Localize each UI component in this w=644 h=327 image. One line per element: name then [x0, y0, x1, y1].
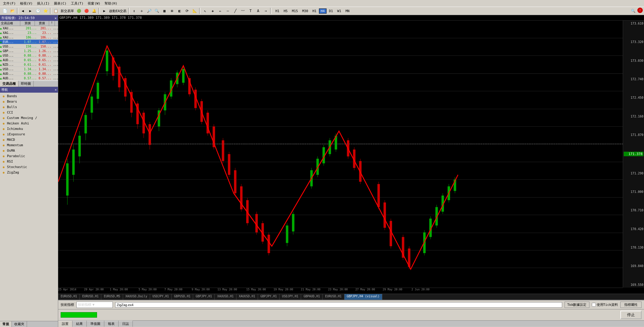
- nav-tab-favorites[interactable]: 收藏夾: [12, 321, 27, 327]
- tb-label[interactable]: A: [254, 8, 262, 14]
- tb-fib[interactable]: 〰: [239, 8, 247, 14]
- market-row[interactable]: ▲ GBP... 1.25... 1.26... ...: [0, 49, 58, 53]
- market-watch-close[interactable]: ✕: [55, 16, 57, 20]
- tb-crosshair2[interactable]: ✚: [209, 8, 216, 14]
- market-row[interactable]: ▲ USD... 150... 150... ...: [0, 44, 58, 49]
- chart-canvas[interactable]: 173.610 173.320 173.030 172.740 172.450 …: [58, 21, 644, 294]
- tab-symbol[interactable]: 交易品種: [0, 81, 18, 87]
- bottom-tab[interactable]: 設置: [58, 321, 72, 327]
- tick-settings-button[interactable]: Tick數據設定: [565, 302, 589, 308]
- tf-h1[interactable]: H1: [273, 8, 281, 14]
- nav-tree-item[interactable]: ◉ Heiken Ashi: [1, 121, 57, 126]
- tb-period-sep[interactable]: ⊞: [168, 8, 176, 14]
- bottom-tab[interactable]: 日誌: [119, 321, 133, 327]
- chart-tab[interactable]: EURUSD,H1: [323, 294, 344, 300]
- tb-hline[interactable]: —: [224, 8, 231, 14]
- tb-grid[interactable]: ▦: [161, 8, 168, 14]
- market-row[interactable]: ▲ XAG... 23... 23... ...: [0, 31, 58, 35]
- tb-plus[interactable]: 🔎: [146, 8, 153, 14]
- bottom-tab[interactable]: 準值圖: [87, 321, 104, 327]
- chart-tab[interactable]: EURUSD,M5: [101, 294, 123, 300]
- nav-tree-item[interactable]: ◉ Custom Moving /: [1, 115, 57, 121]
- stop-button[interactable]: 停止: [620, 311, 642, 319]
- tb-new[interactable]: 📄: [1, 8, 8, 14]
- chart-tab[interactable]: USDJPY,H1: [280, 294, 301, 300]
- bottom-tab[interactable]: 結果: [72, 321, 87, 327]
- tb-text[interactable]: T: [247, 8, 254, 14]
- chart-tab[interactable]: USDJPY,H1: [150, 294, 172, 300]
- tb-minus[interactable]: 🔍: [153, 8, 160, 14]
- tb-ea-label[interactable]: ▶: [101, 8, 108, 14]
- indicator-name-input[interactable]: [115, 302, 562, 308]
- chart-tab[interactable]: EURUSD,H1: [58, 294, 80, 300]
- tf-mn[interactable]: MN: [344, 8, 351, 14]
- indicator-dropdown[interactable]: 技術指標 ▼: [76, 302, 113, 308]
- tb-history[interactable]: 🕐: [34, 8, 42, 14]
- nav-tree-item[interactable]: ◉ Bulls: [1, 104, 57, 110]
- market-row[interactable]: ▲ XAU... 201... 201... ...: [0, 26, 58, 31]
- tb-trendline[interactable]: ╱: [232, 8, 239, 14]
- navigator-close[interactable]: ✕: [55, 88, 57, 92]
- use-tick-checkbox[interactable]: [592, 303, 596, 307]
- tf-m15[interactable]: M15: [290, 8, 300, 14]
- tb-new-order[interactable]: 📋: [52, 8, 59, 14]
- tb-search[interactable]: 🔍: [629, 8, 637, 14]
- market-row[interactable]: ▲ EUR... 1.07... 1.07... ...: [0, 40, 58, 44]
- menu-view[interactable]: 檢視(V): [18, 1, 35, 6]
- tb-cursor[interactable]: ↖: [201, 8, 209, 14]
- indicator-attr-button[interactable]: 指標屬性: [620, 302, 642, 308]
- nav-tree-item[interactable]: ◉ Momentum: [1, 142, 57, 148]
- tb-draw[interactable]: ✏: [216, 8, 224, 14]
- nav-tree-item[interactable]: ◉ ZigZag: [1, 170, 57, 175]
- chart-tab[interactable]: GBPJPY,H1: [193, 294, 215, 300]
- chart-tab[interactable]: GBPUSD,H1: [172, 294, 193, 300]
- chart-tab[interactable]: GBPJPY,H4 (visual): [344, 294, 382, 300]
- nav-tree-item[interactable]: ◉ Stochastic: [1, 164, 57, 170]
- tb-template[interactable]: 📐: [191, 8, 198, 14]
- tb-autoscroll[interactable]: ⟳: [183, 8, 191, 14]
- menu-help[interactable]: 幫助(H): [103, 1, 119, 6]
- market-row[interactable]: ▲ AUD... 0.57... 0.57... ...: [0, 76, 58, 81]
- tf-h5[interactable]: H5: [282, 8, 290, 14]
- nav-tree-item[interactable]: ◉ Parabolic: [1, 153, 57, 159]
- menu-insert[interactable]: 插入(I): [35, 1, 52, 6]
- tb-open[interactable]: 📂: [9, 8, 16, 14]
- chart-tab[interactable]: GBPAUD,H1: [301, 294, 323, 300]
- chart-tab[interactable]: XAUUSD,Daily: [123, 294, 150, 300]
- tab-realtime[interactable]: 即時圖: [18, 81, 34, 87]
- menu-window[interactable]: 視窗(W): [86, 1, 102, 6]
- tf-d1[interactable]: D1: [327, 8, 335, 14]
- nav-tree-item[interactable]: ◉ Bands: [1, 93, 57, 99]
- tf-m30[interactable]: M30: [300, 8, 310, 14]
- chart-tab[interactable]: XAUUSD,H1: [215, 294, 236, 300]
- tb-chart-shift[interactable]: ◧: [176, 8, 183, 14]
- tf-w1[interactable]: W1: [335, 8, 343, 14]
- tf-h4[interactable]: H4: [319, 8, 327, 14]
- tb-sell[interactable]: 🔴: [83, 8, 90, 14]
- menu-chart[interactable]: 圖表(C): [52, 1, 69, 6]
- tb-alert[interactable]: 🔔: [90, 8, 98, 14]
- bottom-tab[interactable]: 報表: [104, 321, 119, 327]
- nav-tree-item[interactable]: ◉ Bears: [1, 99, 57, 104]
- tb-fav[interactable]: ⭐: [42, 8, 49, 14]
- tf-h1b[interactable]: H1: [311, 8, 318, 14]
- nav-tree-item[interactable]: ◉ RSI: [1, 159, 57, 164]
- market-row[interactable]: ▲ XAU... 186... 186... ...: [0, 35, 58, 40]
- nav-tree-item[interactable]: ◉ Ichimoku: [1, 126, 57, 131]
- tb-buy[interactable]: 🟢: [75, 8, 82, 14]
- tb-line[interactable]: ↕: [130, 8, 138, 14]
- chart-tab[interactable]: GBPJPY,H1: [258, 294, 280, 300]
- nav-tree-item[interactable]: ◉ iExposure: [1, 131, 57, 137]
- tb-arrow[interactable]: →: [262, 8, 269, 14]
- tb-crosshair[interactable]: ✛: [138, 8, 145, 14]
- market-row[interactable]: ▲ USD... 1.34... 1.34... ...: [0, 67, 58, 71]
- market-row[interactable]: ▲ USD... 0.88... 0.88... ...: [0, 53, 58, 58]
- chart-tab[interactable]: XAUUSD,H1: [236, 294, 258, 300]
- market-row[interactable]: ▲ AUD... 0.65... 0.65... ...: [0, 58, 58, 62]
- nav-tree-item[interactable]: ◉ OsMA: [1, 148, 57, 153]
- nav-tab-regular[interactable]: 常規: [0, 321, 12, 327]
- chart-tab[interactable]: EURUSD,H1: [80, 294, 101, 300]
- menu-file[interactable]: 文件(F): [1, 1, 18, 6]
- tb-forward[interactable]: ▶: [27, 8, 34, 14]
- market-row[interactable]: ▲ NZD... 0.61... 0.61... ...: [0, 62, 58, 67]
